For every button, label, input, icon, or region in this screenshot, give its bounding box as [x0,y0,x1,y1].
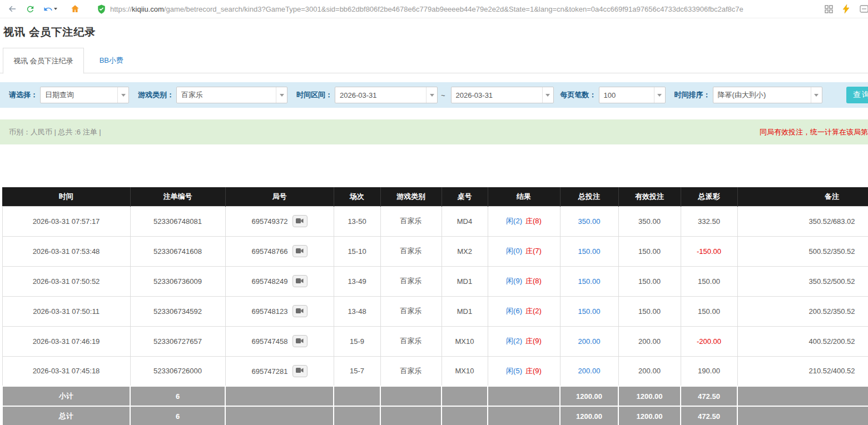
date-to-value: 2026-03-31 [452,91,542,99]
per-page-select[interactable]: 100 [599,87,666,103]
empty-cell [442,386,488,406]
column-header: 场次 [334,187,380,206]
cell-game-type: 百家乐 [380,296,442,326]
table-row: 2026-03-31 07:53:48523306741608695748766… [2,236,868,266]
filter-select-label: 请选择： [9,90,38,100]
page-title: 视讯 会员下注纪录 [3,25,868,39]
cell-bet-id: 523306741608 [130,236,225,266]
date-to-select[interactable]: 2026-03-31 [451,87,554,103]
cell-total-bet[interactable]: 150.00 [560,266,618,296]
security-shield-icon [97,4,106,14]
dropdown-caret-icon [654,87,665,103]
column-header: 局号 [225,187,334,206]
empty-cell [334,406,380,425]
cell-table-no: MD1 [442,296,488,326]
date-from-select[interactable]: 2026-03-31 [335,87,438,103]
cell-session: 13-49 [334,266,380,296]
cell-result: 闲(5)庄(9) [488,356,560,386]
clipped-toolbar-icon[interactable] [857,2,868,16]
records-footer: 小计 6 1200.00 1200.00 472.50 总计 6 1200.00… [2,386,868,425]
column-header: 总派彩 [681,187,737,206]
query-button[interactable]: 查询 [846,87,868,103]
round-replay-button[interactable] [292,245,307,257]
cell-session: 13-50 [334,206,380,236]
sort-order-select[interactable]: 降幂(由大到小) [713,87,822,103]
cell-bet-id: 523306734592 [130,296,225,326]
round-replay-icon [296,367,304,375]
cell-table-no: MX2 [442,236,488,266]
refresh-icon[interactable] [23,2,37,16]
tab-bar: 视讯 会员下注纪录 BB小费 [0,48,868,73]
url-protocol: https:// [110,5,132,13]
cell-time: 2026-03-31 07:57:17 [2,206,130,236]
cell-game-type: 百家乐 [380,266,442,296]
result-player: 闲(2) [506,217,522,225]
cell-session: 13-48 [334,296,380,326]
cell-bet-id: 523306727657 [130,326,225,356]
empty-cell [488,386,560,406]
cell-total-bet[interactable]: 150.00 [560,296,618,326]
result-banker: 庄(9) [525,367,542,375]
per-page-value: 100 [599,91,654,99]
table-row: 2026-03-31 07:50:11523306734592695748123… [2,296,868,326]
dropdown-caret-icon [542,87,553,103]
total-valid-bet: 1200.00 [618,406,681,425]
tab-betrecord[interactable]: 视讯 会员下注纪录 [3,48,84,74]
round-replay-button[interactable] [292,215,307,227]
round-replay-button[interactable] [292,275,307,287]
dropdown-caret-icon [276,87,287,103]
round-id-text: 695747281 [251,367,287,375]
cell-remark: 350.52/683.02 [737,206,868,236]
round-replay-button[interactable] [292,365,307,377]
tab-bb-tip[interactable]: BB小费 [90,48,133,73]
cell-time: 2026-03-31 07:45:18 [2,356,130,386]
cell-total-bet[interactable]: 150.00 [560,236,618,266]
address-bar[interactable]: https://kiqiiu.com/game/betrecord_search… [97,2,812,16]
cell-total-bet[interactable]: 350.00 [560,206,618,236]
empty-cell [737,386,868,406]
cell-bet-id: 523306748081 [130,206,225,236]
cell-round-id: 695747281 [225,356,334,386]
home-icon[interactable] [68,2,82,16]
records-body: 2026-03-31 07:57:17523306748081695749372… [2,206,868,386]
cell-session: 15-7 [334,356,380,386]
subtotal-payout: 472.50 [681,386,737,406]
apps-grid-icon[interactable] [821,2,836,16]
summary-notice-text: 同局有效投注，统一计算在该局第 [760,127,868,137]
round-replay-button[interactable] [292,335,307,347]
column-header: 时间 [2,187,130,206]
round-id-text: 695749372 [251,217,287,226]
round-id-text: 695747458 [251,337,287,346]
cell-game-type: 百家乐 [380,206,442,236]
round-id-text: 695748123 [251,307,287,316]
round-replay-button[interactable] [292,305,307,317]
cell-total-bet[interactable]: 200.00 [560,326,618,356]
subtotal-label: 小计 [2,386,130,406]
round-replay-icon [296,217,304,226]
lightning-bolt-icon[interactable] [839,2,854,16]
column-header: 注单编号 [130,187,225,206]
game-type-select[interactable]: 百家乐 [176,87,287,103]
total-count: 6 [130,406,225,425]
back-arrow-icon[interactable] [5,2,19,16]
bet-records-table: 时间注单编号局号场次游戏类别桌号结果总投注有效投注总派彩备注 2026-03-3… [2,187,868,425]
filter-game-label: 游戏类别： [138,90,174,100]
cell-time: 2026-03-31 07:50:11 [2,296,130,326]
round-id-text: 695748766 [251,247,287,256]
round-replay-icon [296,247,304,256]
cell-table-no: MD1 [442,266,488,296]
empty-cell [737,406,868,425]
cell-total-bet[interactable]: 200.00 [560,356,618,386]
undo-arrow-icon[interactable] [41,2,59,16]
dropdown-caret-icon [811,87,822,103]
cell-valid-bet: 150.00 [618,236,681,266]
url-path: /game/betrecord_search/kind3?GameType=30… [164,5,743,13]
query-mode-value: 日期查询 [41,90,117,100]
query-mode-select[interactable]: 日期查询 [40,87,129,103]
cell-time: 2026-03-31 07:46:19 [2,326,130,356]
date-from-value: 2026-03-31 [335,91,426,99]
undo-dropdown-caret-icon[interactable] [54,8,57,10]
round-replay-icon [296,307,304,316]
total-row: 总计 6 1200.00 1200.00 472.50 [2,406,868,425]
total-label: 总计 [2,406,130,425]
